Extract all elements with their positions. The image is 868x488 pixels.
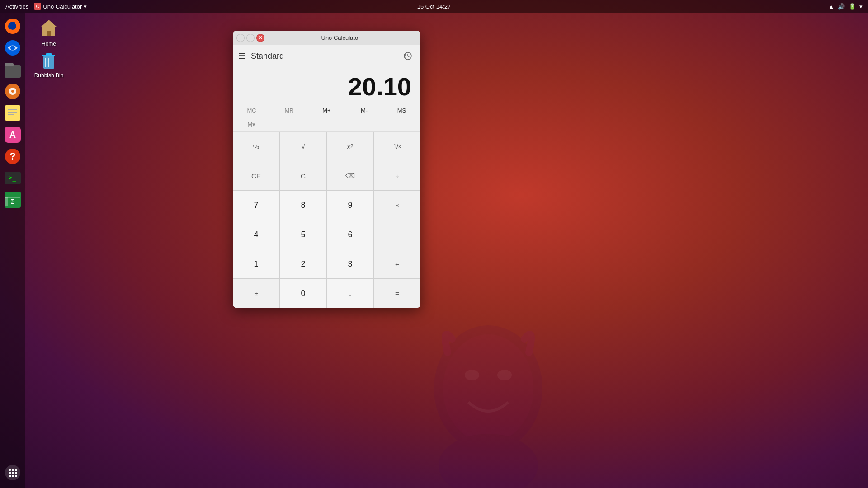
equals-button[interactable]: = [374,279,420,308]
svg-rect-14 [8,114,14,115]
battery-icon: 🔋 [849,3,856,10]
memory-list-button[interactable]: M▾ [233,117,270,131]
backspace-button[interactable]: ⌫ [327,161,373,190]
multiply-button[interactable]: × [374,191,420,220]
svg-rect-32 [9,475,11,477]
inverse-button[interactable]: 1/x [374,132,420,161]
topbar-left: Activities C Uno Calculator ▾ [5,3,87,10]
grid-icon [4,464,21,481]
dock-icon-firefox[interactable] [3,16,23,36]
firefox-icon [4,18,21,35]
calc-header: ☰ Standard [233,45,420,67]
display-value: 20.10 [348,74,411,99]
svg-rect-11 [5,105,20,121]
svg-text:Σ: Σ [11,198,15,205]
svg-point-5 [10,46,15,50]
svg-point-43 [443,334,533,443]
volume-icon: 🔊 [838,3,845,10]
svg-rect-38 [46,53,52,55]
svg-point-45 [497,370,512,380]
dock-icon-files[interactable] [3,60,23,80]
dock-icon-rhythmbox[interactable] [3,81,23,101]
four-button[interactable]: 4 [233,220,279,249]
svg-rect-26 [9,469,11,471]
svg-text:A: A [9,130,16,140]
add-button[interactable]: + [374,249,420,278]
percent-button[interactable]: % [233,132,279,161]
svg-rect-33 [12,475,14,477]
network-icon: ▲ [828,3,834,10]
clear-button[interactable]: C [280,161,326,190]
seven-button[interactable]: 7 [233,191,279,220]
titlebar-controls: — □ ✕ [236,34,264,42]
memory-add-button[interactable]: M+ [308,103,345,117]
hamburger-menu-icon[interactable]: ☰ [238,51,245,61]
svg-text:C: C [36,4,39,9]
calc-display: 20.10 [233,67,420,103]
memory-row: MC MR M+ M- MS M▾ [233,103,420,132]
svg-rect-31 [15,472,17,474]
system-menu-icon[interactable]: ▾ [859,3,863,10]
one-button[interactable]: 1 [233,249,279,278]
svg-text:>_: >_ [9,174,16,182]
svg-rect-30 [12,472,14,474]
desktop-icon-home[interactable]: Home [31,17,67,47]
activities-label[interactable]: Activities [5,3,28,10]
memory-store-button[interactable]: MS [383,103,420,117]
rubbish-bin-icon [38,49,60,70]
divide-button[interactable]: ÷ [374,161,420,190]
nine-button[interactable]: 9 [327,191,373,220]
history-button[interactable] [401,49,415,63]
svg-point-46 [439,434,538,488]
svg-rect-23 [5,197,8,206]
help-icon: ? [4,148,21,165]
calc-buttons-grid: % √ x2 1/x CE C ⌫ ÷ 7 8 9 × 4 5 6 − 1 2 … [233,132,420,308]
dock-icon-notes[interactable] [3,103,23,123]
minimize-button[interactable]: — [236,34,245,42]
dock-icon-spreadsheet[interactable]: Σ [3,190,23,210]
eight-button[interactable]: 8 [280,191,326,220]
maximize-button[interactable]: □ [246,34,255,42]
topbar-right: ▲ 🔊 🔋 ▾ [828,3,863,10]
app-name-label: Uno Calculator [43,3,82,10]
close-button[interactable]: ✕ [256,34,264,42]
svg-rect-34 [15,475,17,477]
dock-icon-appstore[interactable]: A [3,125,23,145]
sqrt-button[interactable]: √ [280,132,326,161]
plus-minus-button[interactable]: ± [233,279,279,308]
svg-point-10 [11,90,14,93]
dock-icon-terminal[interactable]: >_ [3,168,23,188]
files-icon [4,61,21,78]
thunderbird-icon [4,39,21,56]
five-button[interactable]: 5 [280,220,326,249]
calc-mode-label: Standard [251,52,284,61]
home-label: Home [42,41,56,47]
history-icon [403,52,412,61]
memory-clear-button[interactable]: MC [233,103,270,117]
svg-rect-6 [5,65,21,78]
svg-rect-13 [8,112,17,113]
dock-icon-grid[interactable] [3,463,23,483]
zero-button[interactable]: 0 [280,279,326,308]
dock-icon-thunderbird[interactable] [3,38,23,58]
calc-body: ☰ Standard 20.10 MC MR M+ M- MS M▾ [233,45,420,308]
svg-rect-29 [9,472,11,474]
two-button[interactable]: 2 [280,249,326,278]
svg-rect-28 [15,469,17,471]
notes-icon [4,104,21,122]
svg-rect-7 [5,63,14,66]
subtract-button[interactable]: − [374,220,420,249]
six-button[interactable]: 6 [327,220,373,249]
three-button[interactable]: 3 [327,249,373,278]
ce-button[interactable]: CE [233,161,279,190]
window-title: Uno Calculator [264,34,417,41]
app-indicator[interactable]: C Uno Calculator ▾ [34,3,87,10]
square-button[interactable]: x2 [327,132,373,161]
terminal-icon: >_ [4,169,21,187]
desktop-icon-rubbish-bin[interactable]: Rubbish Bin [31,49,67,79]
dock-icon-help[interactable]: ? [3,146,23,166]
decimal-button[interactable]: . [327,279,373,308]
memory-subtract-button[interactable]: M- [345,103,383,117]
topbar-datetime: 15 Oct 14:27 [417,3,451,10]
memory-recall-button[interactable]: MR [270,103,308,117]
